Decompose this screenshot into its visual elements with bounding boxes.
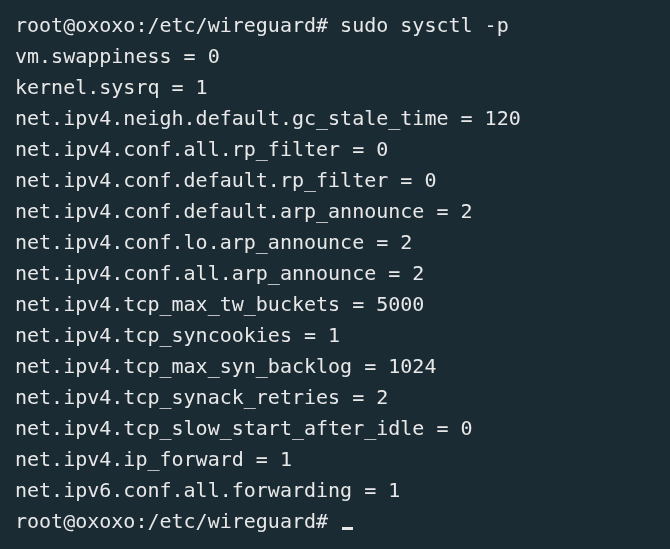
terminal-line: net.ipv4.neigh.default.gc_stale_time = 1… [15, 103, 655, 134]
terminal-line: net.ipv4.tcp_max_syn_backlog = 1024 [15, 351, 655, 382]
terminal-line: net.ipv4.tcp_synack_retries = 2 [15, 382, 655, 413]
terminal-line: net.ipv4.tcp_slow_start_after_idle = 0 [15, 413, 655, 444]
terminal-line: net.ipv4.conf.all.arp_announce = 2 [15, 258, 655, 289]
terminal-line: net.ipv4.conf.default.rp_filter = 0 [15, 165, 655, 196]
terminal-prompt-line: root@oxoxo:/etc/wireguard# [15, 506, 655, 537]
cursor-icon [342, 527, 353, 530]
terminal-line: net.ipv4.conf.lo.arp_announce = 2 [15, 227, 655, 258]
terminal-line: net.ipv4.tcp_max_tw_buckets = 5000 [15, 289, 655, 320]
terminal-output[interactable]: root@oxoxo:/etc/wireguard# sudo sysctl -… [15, 10, 655, 537]
terminal-prompt: root@oxoxo:/etc/wireguard# [15, 509, 340, 533]
terminal-line: net.ipv6.conf.all.forwarding = 1 [15, 475, 655, 506]
terminal-line: vm.swappiness = 0 [15, 41, 655, 72]
terminal-line: net.ipv4.conf.default.arp_announce = 2 [15, 196, 655, 227]
terminal-line: root@oxoxo:/etc/wireguard# sudo sysctl -… [15, 10, 655, 41]
terminal-line: net.ipv4.conf.all.rp_filter = 0 [15, 134, 655, 165]
terminal-line: net.ipv4.ip_forward = 1 [15, 444, 655, 475]
terminal-line: net.ipv4.tcp_syncookies = 1 [15, 320, 655, 351]
terminal-line: kernel.sysrq = 1 [15, 72, 655, 103]
